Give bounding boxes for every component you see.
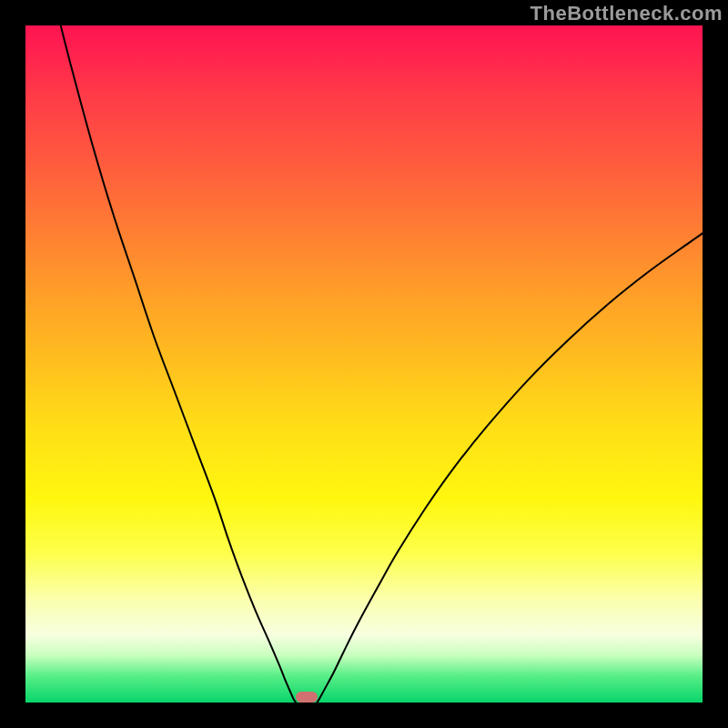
curve-layer: [25, 25, 703, 703]
curve-right-branch: [318, 233, 703, 702]
chart-frame: TheBottleneck.com: [0, 0, 728, 728]
curve-left-branch: [61, 25, 296, 703]
watermark-text: TheBottleneck.com: [531, 2, 723, 25]
plot-area: [25, 25, 703, 703]
